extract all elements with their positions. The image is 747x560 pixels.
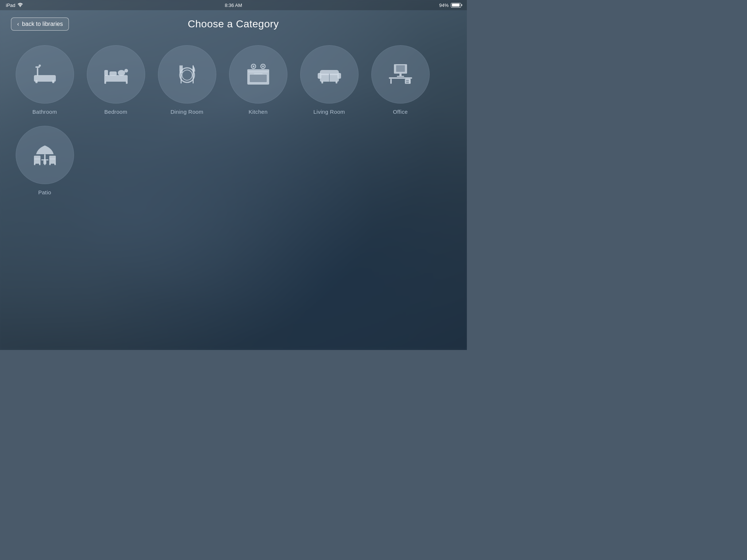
svg-point-0	[20, 6, 20, 7]
back-label: back to libraries	[22, 21, 63, 27]
living-room-label: Living Room	[313, 109, 345, 115]
patio-icon	[30, 140, 59, 170]
svg-rect-52	[49, 156, 56, 159]
dining-icon	[173, 60, 202, 89]
category-item-kitchen[interactable]: Kitchen	[224, 45, 292, 115]
bathroom-circle	[16, 45, 74, 104]
category-item-living-room[interactable]: Living Room	[295, 45, 363, 115]
living-room-circle	[300, 45, 359, 104]
device-name: iPad	[6, 3, 15, 8]
svg-rect-51	[49, 159, 56, 164]
svg-rect-4	[37, 68, 38, 76]
patio-label: Patio	[38, 189, 51, 195]
bedroom-label: Bedroom	[104, 109, 127, 115]
svg-rect-28	[254, 73, 263, 74]
office-icon	[386, 60, 415, 89]
svg-rect-41	[390, 79, 392, 84]
svg-rect-48	[34, 156, 40, 159]
svg-rect-12	[104, 81, 106, 84]
kitchen-icon	[244, 60, 273, 89]
svg-rect-45	[406, 82, 409, 83]
category-item-dining-room[interactable]: Dining Room	[153, 45, 221, 115]
status-right: 94%	[439, 3, 461, 8]
svg-rect-37	[396, 65, 405, 72]
status-left: iPad	[6, 3, 23, 8]
office-label: Office	[393, 109, 408, 115]
dining-room-circle	[158, 45, 216, 104]
svg-rect-50	[39, 163, 40, 165]
svg-point-11	[124, 69, 128, 73]
category-item-office[interactable]: Office	[367, 45, 434, 115]
bath-icon	[30, 60, 59, 89]
svg-rect-49	[34, 163, 35, 165]
svg-rect-55	[41, 159, 49, 160]
back-chevron-icon: ‹	[17, 21, 19, 27]
svg-rect-33	[321, 81, 323, 83]
svg-rect-54	[54, 163, 56, 165]
header-row: ‹ back to libraries Choose a Category	[11, 18, 456, 31]
category-item-bedroom[interactable]: Bedroom	[82, 45, 150, 115]
svg-rect-31	[318, 73, 321, 79]
living-room-icon	[315, 60, 344, 89]
svg-rect-3	[52, 80, 54, 83]
svg-rect-57	[45, 160, 46, 164]
svg-rect-8	[104, 70, 108, 76]
svg-rect-44	[406, 80, 409, 81]
page-title: Choose a Category	[69, 18, 398, 30]
svg-point-19	[182, 70, 192, 80]
svg-rect-9	[109, 71, 117, 76]
svg-rect-47	[34, 159, 40, 164]
status-bar: iPad 8:36 AM 94%	[0, 0, 467, 10]
svg-rect-23	[247, 69, 269, 72]
category-row-2: Patio	[11, 126, 456, 195]
svg-point-6	[39, 65, 41, 67]
category-item-patio[interactable]: Patio	[11, 126, 78, 195]
svg-rect-53	[49, 163, 51, 165]
svg-point-25	[252, 66, 254, 67]
svg-rect-34	[336, 81, 337, 83]
dining-room-label: Dining Room	[170, 109, 203, 115]
svg-rect-2	[35, 80, 38, 83]
back-to-libraries-button[interactable]: ‹ back to libraries	[11, 18, 69, 31]
svg-rect-40	[389, 77, 412, 79]
svg-rect-39	[397, 76, 404, 77]
main-content: ‹ back to libraries Choose a Category	[0, 10, 467, 217]
wifi-icon	[18, 3, 23, 8]
svg-point-10	[118, 70, 125, 76]
svg-rect-15	[179, 65, 181, 72]
svg-rect-32	[337, 73, 341, 79]
bathroom-label: Bathroom	[32, 109, 57, 115]
svg-rect-5	[35, 66, 40, 68]
category-grid: Bathroom	[11, 42, 456, 210]
status-time: 8:36 AM	[225, 3, 242, 8]
bedroom-circle	[87, 45, 145, 104]
office-circle	[371, 45, 430, 104]
bed-icon	[101, 60, 131, 89]
kitchen-circle	[229, 45, 287, 104]
svg-rect-56	[43, 160, 44, 164]
battery-icon	[451, 3, 461, 8]
svg-rect-7	[104, 75, 128, 82]
category-row-1: Bathroom	[11, 45, 456, 115]
svg-rect-22	[249, 74, 267, 82]
svg-rect-14	[181, 65, 182, 83]
kitchen-label: Kitchen	[248, 109, 267, 115]
battery-percent: 94%	[439, 3, 449, 8]
svg-rect-38	[399, 74, 402, 76]
patio-circle	[16, 126, 74, 184]
svg-rect-13	[126, 81, 128, 84]
svg-point-27	[262, 66, 264, 67]
category-item-bathroom[interactable]: Bathroom	[11, 45, 78, 115]
